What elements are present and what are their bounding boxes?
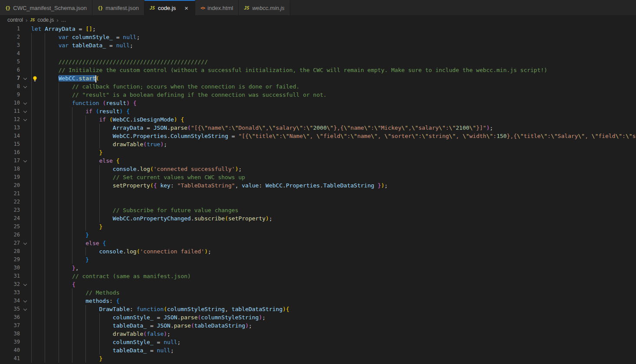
- code-line[interactable]: 32 {: [0, 280, 636, 289]
- code-line[interactable]: 3 var tableData_ = null;: [0, 41, 636, 49]
- indent-guide: [72, 305, 72, 313]
- indent-guide: [59, 82, 59, 91]
- code-line[interactable]: 22: [0, 198, 636, 206]
- code-line[interactable]: 14 WebCC.Properties.ColumnStyleString = …: [0, 132, 636, 140]
- indent-space: [31, 149, 99, 156]
- js-icon: JS: [30, 18, 35, 22]
- indent-guide: [59, 148, 59, 157]
- tab-cwc-manifest-schema-json[interactable]: {}CWC_manifest_Schema.json: [0, 0, 92, 15]
- code-line[interactable]: 41 }: [0, 354, 636, 363]
- code-line[interactable]: 31 // contract (same as manifest.json): [0, 272, 636, 280]
- indent-guide: [31, 173, 32, 181]
- indent-guide: [31, 66, 32, 74]
- code-line[interactable]: 25 }: [0, 223, 636, 231]
- code-line[interactable]: 26 }: [0, 231, 636, 239]
- fold-column: [20, 58, 31, 66]
- fold-chevron-icon[interactable]: [23, 241, 27, 245]
- breadcrumb-item-control[interactable]: control: [7, 17, 23, 23]
- fold-chevron-icon[interactable]: [23, 101, 27, 105]
- fold-chevron-icon[interactable]: [23, 159, 27, 162]
- indent-space: [31, 157, 99, 164]
- code-line[interactable]: 21: [0, 190, 636, 198]
- code-line[interactable]: 5 //////////////////////////////////////…: [0, 58, 636, 66]
- code-line[interactable]: 11 if (result) {: [0, 107, 636, 115]
- indent-guide: [59, 289, 59, 297]
- close-icon[interactable]: ×: [183, 4, 190, 12]
- code-line[interactable]: 38 drawTable(false);: [0, 330, 636, 338]
- code-line[interactable]: 40 tableData_ = null;: [0, 346, 636, 354]
- fold-chevron-icon[interactable]: [23, 76, 27, 80]
- fold-column: [20, 157, 31, 165]
- line-number: 41: [0, 354, 20, 363]
- code-line[interactable]: 15 drawTable(true);: [0, 140, 636, 148]
- code-line[interactable]: 30 },: [0, 264, 636, 272]
- code-line[interactable]: 10 function (result) {: [0, 99, 636, 107]
- code-token: ;: [177, 339, 181, 345]
- code-line[interactable]: 24 WebCC.onPropertyChanged.subscribe(set…: [0, 214, 636, 223]
- breadcrumb-item-symbol[interactable]: …: [61, 17, 66, 23]
- code-line-text: WebCC.start(: [31, 74, 636, 82]
- code-line[interactable]: 28 console.log('connection failed');: [0, 247, 636, 256]
- code-line[interactable]: 23 // Subscribe for future value changes: [0, 206, 636, 214]
- indent-guide: [31, 115, 32, 124]
- fold-chevron-icon[interactable]: [23, 282, 27, 286]
- code-line-text: // contract (same as manifest.json): [31, 272, 636, 280]
- quick-fix-lightbulb-icon[interactable]: [32, 75, 38, 81]
- indent-guide: [31, 181, 32, 190]
- code-token: salary: [418, 125, 439, 131]
- tab-code-js[interactable]: JScode.js×: [144, 0, 195, 15]
- code-line[interactable]: 19 // Set current values when CWC shows …: [0, 173, 636, 181]
- code-editor[interactable]: 1let ArrayData = [];2 var columnStyle_ =…: [0, 25, 636, 363]
- fold-column: [20, 297, 31, 305]
- code-line-text: [31, 49, 636, 58]
- code-token: ;: [249, 322, 252, 329]
- breadcrumb-item-code.js[interactable]: code.js: [37, 17, 54, 23]
- code-token: key: [160, 182, 170, 189]
- code-token: (: [225, 215, 228, 222]
- code-line[interactable]: 9 // "result" is a boolean defining if t…: [0, 91, 636, 99]
- fold-chevron-icon[interactable]: [23, 118, 27, 121]
- indent-guide: [45, 58, 45, 66]
- code-line[interactable]: 35 DrawTable: function(columnStyleString…: [0, 305, 636, 313]
- code-token: ;: [92, 26, 96, 32]
- tab-webcc-min-js[interactable]: JSwebcc.min.js: [239, 0, 290, 15]
- code-line[interactable]: 39 columnStyle_ = null;: [0, 338, 636, 346]
- code-line[interactable]: 20 setProperty({ key: "TableDataString",…: [0, 181, 636, 190]
- line-number: 16: [0, 148, 20, 157]
- code-line[interactable]: 29 }: [0, 256, 636, 264]
- code-line[interactable]: 8 // callback function; occurs when the …: [0, 82, 636, 91]
- code-line[interactable]: 17 else {: [0, 157, 636, 165]
- code-token: .: [130, 215, 133, 222]
- indent-guide: [59, 305, 59, 313]
- code-line[interactable]: 7 WebCC.start(: [0, 74, 636, 82]
- code-line[interactable]: 12 if (WebCC.isDesignMode) {: [0, 115, 636, 124]
- code-line[interactable]: 13 ArrayData = JSON.parse("[{\"name\":\"…: [0, 124, 636, 132]
- code-line[interactable]: 18 console.log('connected successfully')…: [0, 165, 636, 173]
- code-token: parse: [174, 322, 191, 329]
- code-line-text: else {: [31, 239, 636, 247]
- code-line[interactable]: 34 methods: {: [0, 297, 636, 305]
- code-line-text: let ArrayData = [];: [31, 25, 636, 33]
- fold-chevron-icon[interactable]: [23, 109, 27, 113]
- code-line[interactable]: 36 columnStyle_ = JSON.parse(columnStyle…: [0, 313, 636, 321]
- code-line[interactable]: 4: [0, 49, 636, 58]
- indent-guide: [45, 330, 45, 338]
- code-line[interactable]: 16 }: [0, 148, 636, 157]
- code-token: [123, 108, 126, 115]
- code-line[interactable]: 33 // Methods: [0, 289, 636, 297]
- code-line-text: },: [31, 264, 636, 272]
- code-token: field: [323, 133, 340, 139]
- code-line[interactable]: 37 tableData_ = JSON.parse(tableDataStri…: [0, 321, 636, 330]
- tab-index-html[interactable]: <>index.html: [195, 0, 239, 15]
- indent-guide: [31, 206, 32, 214]
- code-line[interactable]: 2 var columnStyle_ = null;: [0, 33, 636, 41]
- code-line[interactable]: 6 // Initialize the custom control (with…: [0, 66, 636, 74]
- code-line[interactable]: 1let ArrayData = [];: [0, 25, 636, 33]
- fold-chevron-icon[interactable]: [23, 299, 27, 302]
- code-line[interactable]: 27 else {: [0, 239, 636, 247]
- tab-manifest-json[interactable]: {}manifest.json: [92, 0, 144, 15]
- fold-column: [20, 25, 31, 33]
- fold-chevron-icon[interactable]: [23, 307, 27, 311]
- code-token: ): [126, 100, 130, 106]
- fold-chevron-icon[interactable]: [23, 85, 27, 88]
